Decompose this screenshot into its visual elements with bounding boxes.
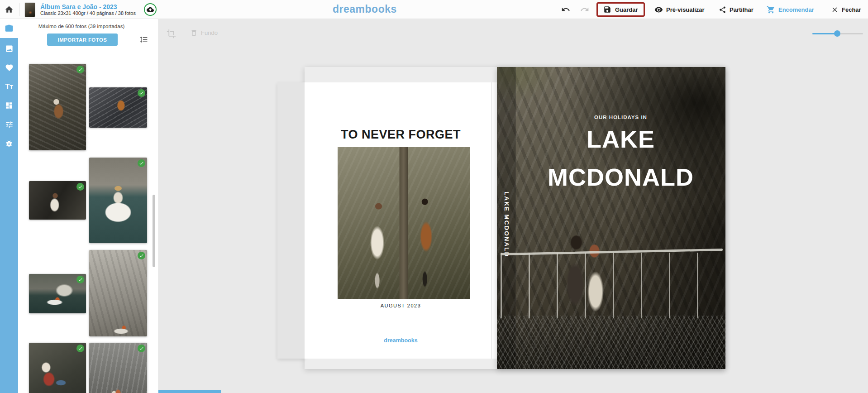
preview-label: Pré-visualizar <box>666 6 705 13</box>
close-icon <box>831 6 839 14</box>
redo-icon <box>580 5 589 14</box>
photos-limit-text: Máximo de 600 fotos (39 importadas) <box>18 24 145 29</box>
photo-thumbnail[interactable] <box>29 343 86 393</box>
used-check-icon <box>76 276 84 283</box>
photo-thumbnail[interactable] <box>29 274 86 313</box>
cloud-backup-button[interactable] <box>144 3 157 16</box>
photo-thumbnail[interactable] <box>89 87 147 128</box>
used-check-icon <box>138 345 145 352</box>
topbar-left: Álbum Sara e João - 2023 Classic 23x31 4… <box>5 0 157 19</box>
album-title[interactable]: Álbum Sara e João - 2023 <box>40 3 136 10</box>
zoom-slider-fill <box>812 33 837 34</box>
undo-icon <box>561 5 570 14</box>
bug-icon <box>5 139 13 148</box>
order-button[interactable]: Encomendar <box>767 0 814 19</box>
used-check-icon <box>76 66 84 73</box>
sort-icon <box>139 35 148 44</box>
back-cover-page[interactable]: TO NEVER FORGET AUGUST 2023 dreambooks <box>305 82 497 359</box>
share-button[interactable]: Partilhar <box>719 0 754 19</box>
front-cover-kicker[interactable]: OUR HOLIDAYS IN <box>516 115 725 120</box>
share-label: Partilhar <box>730 6 754 13</box>
layouts-icon <box>5 101 13 110</box>
photo-thumbnail[interactable] <box>29 181 86 220</box>
used-check-icon <box>138 89 145 97</box>
dreambooks-editor: Álbum Sara e João - 2023 Classic 23x31 4… <box>0 0 868 393</box>
cart-icon <box>767 5 775 14</box>
front-cover-title-line1[interactable]: LAKE <box>516 125 725 153</box>
sidebar-item-photos[interactable] <box>0 19 18 38</box>
topbar: Álbum Sara e João - 2023 Classic 23x31 4… <box>0 0 868 19</box>
adjust-icon <box>5 120 14 129</box>
undo-button[interactable] <box>561 0 570 19</box>
zoom-slider-thumb[interactable] <box>834 30 840 37</box>
used-check-icon <box>138 159 145 167</box>
used-check-icon <box>138 252 145 259</box>
home-button[interactable] <box>5 5 14 14</box>
save-icon <box>603 5 611 14</box>
remove-background-button[interactable]: Fundo <box>190 29 218 37</box>
order-label: Encomendar <box>778 6 814 13</box>
sidebar-item-images[interactable] <box>0 39 18 58</box>
preview-button[interactable]: Pré-visualizar <box>654 0 705 19</box>
save-label: Guardar <box>615 6 638 13</box>
album-thumbnail[interactable] <box>25 3 35 17</box>
crop-icon <box>167 29 176 38</box>
used-check-icon <box>76 183 84 191</box>
share-icon <box>719 6 726 14</box>
brand-logo: dreambooks <box>333 3 397 15</box>
tool-rail: TT <box>0 19 18 393</box>
topbar-divider <box>19 3 19 16</box>
text-icon: TT <box>5 83 13 91</box>
album-subtitle: Classic 23x31 400gr / 40 páginas / 38 fo… <box>40 10 136 16</box>
close-button[interactable]: Fechar <box>831 0 861 19</box>
canvas-horizontal-scrollbar[interactable] <box>158 390 221 393</box>
eye-icon <box>654 5 663 14</box>
sidebar-item-layouts[interactable] <box>0 96 18 115</box>
background-label: Fundo <box>201 29 218 36</box>
photo-thumbnail[interactable] <box>29 64 86 150</box>
photo-thumbnail[interactable] <box>89 343 147 393</box>
editor-canvas[interactable]: Fundo TO NEVER FORGET AUGUST 2023 dreamb… <box>158 19 868 393</box>
sidebar-item-favorites[interactable] <box>0 58 18 77</box>
import-photos-button[interactable]: IMPORTAR FOTOS <box>47 34 118 46</box>
album-meta: Álbum Sara e João - 2023 Classic 23x31 4… <box>40 3 136 16</box>
redo-button[interactable] <box>580 0 589 19</box>
used-check-icon <box>76 345 84 352</box>
zoom-slider[interactable] <box>812 30 863 37</box>
trash-icon <box>190 29 198 37</box>
save-button[interactable]: Guardar <box>596 2 645 17</box>
back-cover-title[interactable]: TO NEVER FORGET <box>305 128 497 142</box>
cloud-upload-icon <box>147 6 154 13</box>
back-cover-brand-logo: dreambooks <box>305 337 497 344</box>
close-label: Fechar <box>842 6 861 13</box>
cover-fold-line <box>491 82 491 359</box>
front-cover-title-line2[interactable]: MCDONALD <box>516 163 725 191</box>
crop-button[interactable] <box>167 29 176 38</box>
back-cover-caption[interactable]: AUGUST 2023 <box>305 303 497 308</box>
home-icon <box>5 5 14 14</box>
front-cover-bridge-mesh <box>497 316 725 369</box>
camera-icon <box>5 24 14 33</box>
back-cover-photo[interactable] <box>338 147 470 299</box>
cover-back-flap <box>277 82 305 359</box>
sidebar-item-text[interactable]: TT <box>0 77 18 96</box>
photo-thumbnail[interactable] <box>89 158 147 243</box>
image-icon <box>5 44 14 53</box>
photos-panel: Máximo de 600 fotos (39 importadas) IMPO… <box>18 19 158 393</box>
heart-icon <box>5 63 14 72</box>
panel-scrollbar[interactable] <box>153 195 155 267</box>
front-cover-railing-posts <box>501 253 723 318</box>
sort-photos-button[interactable] <box>139 35 148 44</box>
sidebar-item-bug-report[interactable] <box>0 134 18 153</box>
front-cover-page[interactable]: LAKE MCDONALD OUR HOLIDAYS IN LAKE MCDON… <box>497 67 725 369</box>
sidebar-item-adjust[interactable] <box>0 115 18 134</box>
photo-thumbnail[interactable] <box>89 250 147 336</box>
